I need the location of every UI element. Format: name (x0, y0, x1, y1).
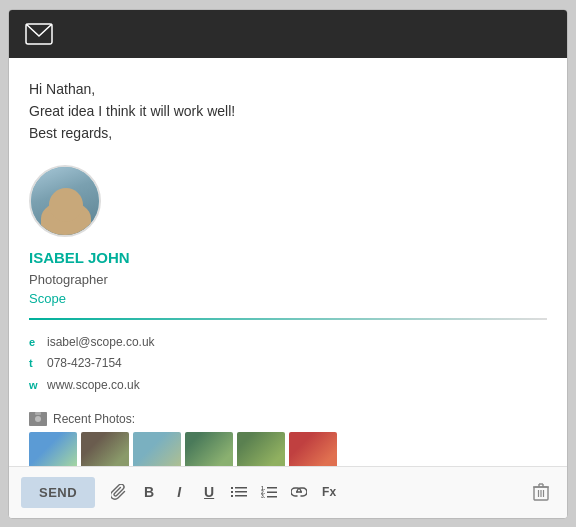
clear-format-label: Fx (322, 485, 336, 499)
email-label: e (29, 333, 41, 353)
svg-rect-15 (267, 496, 277, 498)
svg-rect-8 (231, 495, 233, 497)
photo-grid (29, 432, 547, 465)
avatar (29, 165, 101, 237)
email-row: e isabel@scope.co.uk (29, 332, 547, 354)
body-line2: Great idea I think it will work well! (29, 100, 547, 122)
photo-thumb-4[interactable] (185, 432, 233, 465)
signature-contact: e isabel@scope.co.uk t 078-423-7154 w ww… (29, 332, 547, 397)
email-window: Hi Nathan, Great idea I think it will wo… (8, 9, 568, 519)
svg-rect-7 (235, 491, 247, 493)
delete-button[interactable] (527, 478, 555, 506)
italic-label: I (177, 484, 181, 500)
photo-thumb-1[interactable] (29, 432, 77, 465)
bold-button[interactable]: B (135, 478, 163, 506)
email-header (9, 10, 567, 58)
unordered-list-button[interactable] (225, 478, 253, 506)
signature-title: Photographer (29, 272, 547, 287)
phone-row: t 078-423-7154 (29, 353, 547, 375)
greeting-line: Hi Nathan, (29, 78, 547, 100)
recent-photos-label: Recent Photos: (53, 412, 135, 426)
email-body: Hi Nathan, Great idea I think it will wo… (9, 58, 567, 466)
underline-button[interactable]: U (195, 478, 223, 506)
avatar-image (31, 166, 99, 236)
website-value[interactable]: www.scope.co.uk (47, 375, 140, 397)
svg-text:3.: 3. (261, 493, 266, 499)
send-button[interactable]: SEND (21, 477, 95, 508)
photo-thumb-5[interactable] (237, 432, 285, 465)
attach-button[interactable] (105, 478, 133, 506)
email-text: Hi Nathan, Great idea I think it will wo… (29, 78, 547, 145)
svg-rect-5 (235, 487, 247, 489)
email-signature: ISABEL JOHN Photographer Scope e isabel@… (29, 165, 547, 466)
svg-point-2 (35, 416, 41, 422)
underline-label: U (204, 484, 214, 500)
email-value[interactable]: isabel@scope.co.uk (47, 332, 155, 354)
email-toolbar: SEND B I U 1. (9, 466, 567, 518)
recent-photos-header: Recent Photos: (29, 412, 547, 426)
photo-icon (29, 412, 47, 426)
signature-company[interactable]: Scope (29, 291, 547, 306)
svg-rect-9 (235, 495, 247, 497)
photo-thumb-2[interactable] (81, 432, 129, 465)
envelope-icon (25, 23, 53, 45)
photo-thumb-3[interactable] (133, 432, 181, 465)
svg-rect-4 (231, 487, 233, 489)
italic-button[interactable]: I (165, 478, 193, 506)
link-button[interactable] (285, 478, 313, 506)
website-row: w www.scope.co.uk (29, 375, 547, 397)
phone-value: 078-423-7154 (47, 353, 122, 375)
svg-rect-3 (35, 412, 41, 415)
photo-thumb-6[interactable] (289, 432, 337, 465)
recent-photos-section: Recent Photos: (29, 412, 547, 465)
svg-rect-11 (267, 487, 277, 489)
signature-name: ISABEL JOHN (29, 249, 547, 266)
body-line3: Best regards, (29, 122, 547, 144)
signature-divider (29, 318, 547, 320)
bold-label: B (144, 484, 154, 500)
svg-rect-6 (231, 491, 233, 493)
svg-rect-13 (267, 492, 277, 494)
website-label: w (29, 376, 41, 396)
ordered-list-button[interactable]: 1. 2. 3. (255, 478, 283, 506)
phone-label: t (29, 354, 41, 374)
clear-format-button[interactable]: Fx (315, 478, 343, 506)
